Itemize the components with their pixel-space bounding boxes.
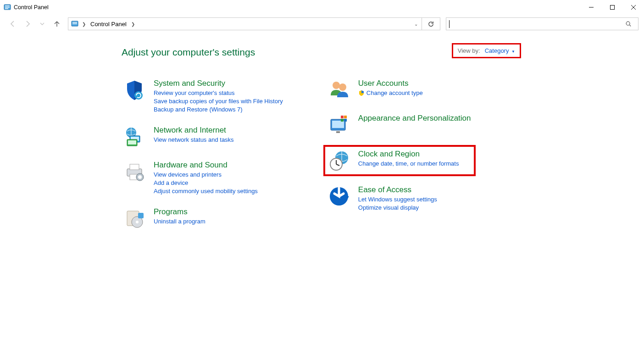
- category-link[interactable]: Change account type: [358, 89, 423, 96]
- svg-rect-18: [128, 140, 136, 144]
- svg-rect-2: [5, 7, 10, 8]
- close-button[interactable]: [623, 0, 644, 15]
- svg-point-11: [626, 22, 630, 25]
- programs-icon: [123, 207, 145, 229]
- address-bar[interactable]: ❯ Control Panel ❯ ⌄: [68, 17, 422, 30]
- maximize-button[interactable]: [602, 0, 623, 15]
- category-hardware-sound: Hardware and Sound View devices and prin…: [122, 160, 285, 195]
- category-link[interactable]: Add a device: [154, 179, 258, 186]
- category-link[interactable]: Uninstall a program: [154, 218, 205, 225]
- svg-point-29: [339, 83, 346, 91]
- category-system-security: System and Security Review your computer…: [122, 78, 285, 114]
- svg-point-28: [333, 82, 340, 89]
- dropdown-icon: ▼: [511, 50, 515, 54]
- category-link[interactable]: Review your computer's status: [154, 89, 283, 96]
- category-title[interactable]: User Accounts: [358, 79, 423, 88]
- back-button[interactable]: [6, 17, 20, 31]
- category-link[interactable]: Let Windows suggest settings: [358, 196, 437, 203]
- appearance-icon: [328, 114, 350, 136]
- clock-region-icon: [328, 150, 350, 172]
- svg-rect-31: [332, 121, 344, 128]
- chevron-right-icon[interactable]: ❯: [130, 22, 136, 27]
- svg-rect-1: [5, 6, 10, 6]
- window-title: Control Panel: [14, 4, 49, 11]
- category-column-left: System and Security Review your computer…: [122, 78, 285, 230]
- category-title[interactable]: System and Security: [154, 79, 283, 88]
- view-by-value: Category: [485, 47, 509, 54]
- svg-rect-35: [341, 119, 344, 122]
- view-by-selector[interactable]: View by: Category ▼: [452, 43, 521, 58]
- category-appearance-personalization: Appearance and Personalization: [326, 113, 473, 137]
- search-icon[interactable]: [625, 21, 638, 27]
- category-title[interactable]: Appearance and Personalization: [358, 114, 471, 123]
- text-caret: [449, 20, 450, 28]
- uac-shield-icon: [358, 90, 365, 96]
- svg-point-23: [138, 175, 142, 179]
- category-ease-of-access: Ease of Access Let Windows suggest setti…: [326, 184, 473, 212]
- chevron-right-icon[interactable]: ❯: [81, 22, 87, 27]
- search-box[interactable]: [446, 17, 638, 30]
- svg-rect-34: [344, 116, 347, 118]
- user-accounts-icon: [328, 79, 350, 101]
- svg-rect-20: [130, 164, 139, 170]
- search-input[interactable]: [446, 21, 625, 28]
- address-icon: [71, 20, 78, 28]
- category-column-right: User Accounts Change account type: [326, 78, 473, 230]
- svg-rect-32: [336, 131, 340, 133]
- page-heading: Adjust your computer's settings: [122, 47, 644, 58]
- svg-rect-27: [138, 213, 144, 218]
- category-link[interactable]: Save backup copies of your files with Fi…: [154, 98, 283, 105]
- category-network-internet: Network and Internet View network status…: [122, 125, 285, 149]
- svg-rect-5: [611, 6, 615, 10]
- category-title[interactable]: Network and Internet: [154, 126, 234, 135]
- network-icon: [123, 126, 145, 148]
- svg-rect-9: [72, 22, 77, 23]
- category-programs: Programs Uninstall a program: [122, 206, 285, 230]
- printer-icon: [123, 161, 145, 183]
- category-link[interactable]: View network status and tasks: [154, 136, 234, 143]
- svg-rect-33: [341, 116, 344, 118]
- recent-locations-button[interactable]: [35, 17, 50, 31]
- category-user-accounts: User Accounts Change account type: [326, 78, 473, 102]
- control-panel-icon: [4, 4, 11, 11]
- titlebar: Control Panel: [0, 0, 644, 15]
- svg-rect-3: [5, 8, 8, 9]
- category-link[interactable]: View devices and printers: [154, 171, 258, 178]
- category-link[interactable]: Optimize visual display: [358, 204, 437, 211]
- svg-rect-10: [72, 23, 77, 24]
- svg-point-13: [134, 91, 143, 100]
- category-title[interactable]: Ease of Access: [358, 185, 437, 195]
- svg-line-12: [629, 25, 631, 26]
- category-title[interactable]: Programs: [154, 207, 205, 217]
- shield-icon: [123, 79, 145, 101]
- category-link[interactable]: Backup and Restore (Windows 7): [154, 106, 283, 113]
- category-clock-region: Clock and Region Change date, time, or n…: [323, 145, 476, 176]
- category-link[interactable]: Change date, time, or number formats: [358, 160, 459, 167]
- minimize-button[interactable]: [581, 0, 602, 15]
- category-title[interactable]: Hardware and Sound: [154, 161, 258, 170]
- forward-button[interactable]: [20, 17, 35, 31]
- category-title[interactable]: Clock and Region: [358, 150, 459, 159]
- category-link-text: Change account type: [366, 89, 423, 96]
- svg-rect-36: [344, 119, 347, 122]
- address-dropdown-icon[interactable]: ⌄: [411, 22, 421, 27]
- category-link[interactable]: Adjust commonly used mobility settings: [154, 188, 258, 195]
- up-button[interactable]: [50, 17, 64, 31]
- view-by-label: View by:: [458, 47, 480, 54]
- svg-point-26: [136, 221, 139, 223]
- window-controls: [581, 0, 644, 15]
- refresh-button[interactable]: [422, 17, 440, 30]
- breadcrumb-root[interactable]: Control Panel: [89, 21, 128, 28]
- ease-of-access-icon: [328, 185, 350, 207]
- content-area: Adjust your computer's settings View by:…: [0, 33, 644, 230]
- navbar: ❯ Control Panel ❯ ⌄: [0, 15, 644, 33]
